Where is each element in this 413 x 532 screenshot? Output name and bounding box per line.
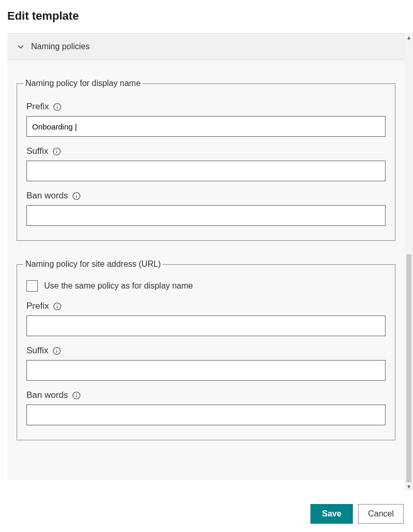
input-url-suffix[interactable] xyxy=(26,360,386,381)
info-icon[interactable] xyxy=(52,147,61,156)
scrollbar[interactable]: ▲ ▼ xyxy=(405,33,413,491)
label-url-ban: Ban words xyxy=(26,390,68,400)
chevron-down-icon xyxy=(17,42,25,51)
checkbox-same-as-display[interactable] xyxy=(26,280,38,292)
svg-point-17 xyxy=(76,393,77,394)
input-url-prefix[interactable] xyxy=(26,315,386,336)
scrollbar-thumb[interactable] xyxy=(406,254,411,482)
footer: Save Cancel xyxy=(0,496,413,532)
info-icon[interactable] xyxy=(53,302,62,311)
input-display-ban[interactable] xyxy=(26,205,386,226)
field-display-suffix: Suffix xyxy=(26,146,386,181)
field-display-prefix: Prefix xyxy=(26,102,386,137)
fieldset-legend-display: Naming policy for display name xyxy=(23,79,143,88)
svg-point-8 xyxy=(76,194,77,194)
label-display-suffix: Suffix xyxy=(26,146,48,156)
info-icon[interactable] xyxy=(72,391,81,400)
label-display-ban: Ban words xyxy=(26,191,68,201)
accordion-header-naming-policies[interactable]: Naming policies xyxy=(7,34,405,60)
info-icon[interactable] xyxy=(53,103,62,111)
input-display-suffix[interactable] xyxy=(26,161,386,181)
label-url-suffix: Suffix xyxy=(26,346,48,356)
fieldset-display-name-policy: Naming policy for display name Prefix xyxy=(17,79,395,241)
save-button[interactable]: Save xyxy=(310,504,353,524)
label-display-prefix: Prefix xyxy=(26,102,49,112)
info-icon[interactable] xyxy=(52,347,61,355)
accordion-body: Naming policy for display name Prefix xyxy=(7,60,405,440)
checkbox-label-same-as-display: Use the same policy as for display name xyxy=(44,281,193,291)
input-display-prefix[interactable] xyxy=(26,116,386,137)
label-url-prefix: Prefix xyxy=(26,301,49,311)
input-url-ban[interactable] xyxy=(26,405,386,425)
svg-point-11 xyxy=(57,304,58,305)
scroll-up-arrow-icon[interactable]: ▲ xyxy=(405,33,413,41)
svg-point-2 xyxy=(57,105,58,105)
cancel-button[interactable]: Cancel xyxy=(358,504,404,524)
svg-point-14 xyxy=(56,349,57,349)
fieldset-url-policy: Naming policy for site address (URL) Use… xyxy=(17,260,395,440)
accordion-header-label: Naming policies xyxy=(31,42,90,51)
form-content: Naming policies Naming policy for displa… xyxy=(7,33,405,480)
svg-point-5 xyxy=(56,149,57,150)
scroll-area[interactable]: Naming policies Naming policy for displa… xyxy=(7,33,413,491)
field-display-ban: Ban words xyxy=(26,191,386,226)
panel-title: Edit template xyxy=(0,0,413,34)
fieldset-legend-url: Naming policy for site address (URL) xyxy=(23,260,163,269)
field-url-ban: Ban words xyxy=(26,390,386,425)
info-icon[interactable] xyxy=(72,192,81,200)
field-url-prefix: Prefix xyxy=(26,301,386,336)
field-url-suffix: Suffix xyxy=(26,346,386,381)
scroll-down-arrow-icon[interactable]: ▼ xyxy=(405,482,413,491)
checkbox-row-same-as-display: Use the same policy as for display name xyxy=(26,280,386,292)
